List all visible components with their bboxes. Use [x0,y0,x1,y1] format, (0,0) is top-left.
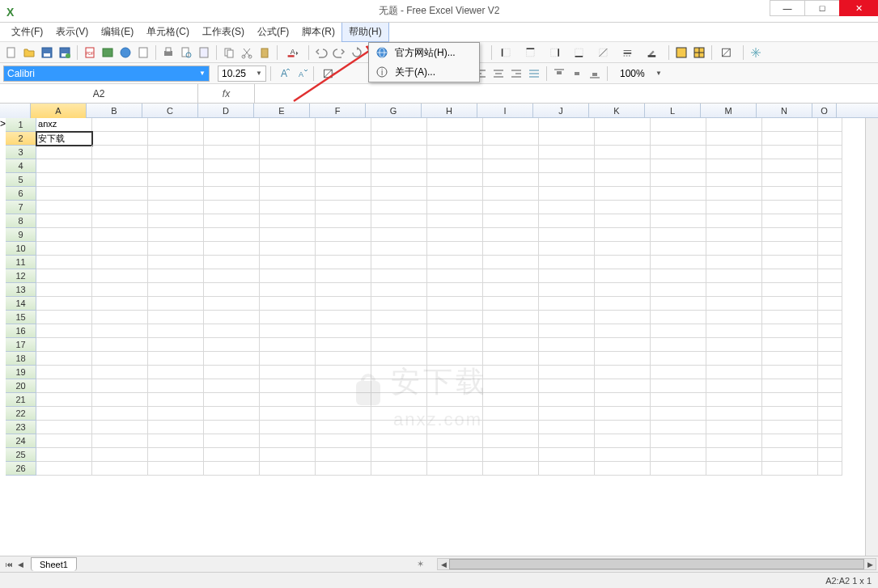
col-header-A[interactable]: A [31,104,87,118]
cell-M5[interactable] [706,173,762,187]
fx-label[interactable]: fx [198,84,255,103]
cell-O19[interactable] [818,366,842,379]
font-color-icon[interactable]: A [282,44,304,61]
cell-F2[interactable] [316,132,371,146]
cell-J15[interactable] [539,311,595,324]
cell-M6[interactable] [706,187,762,201]
cell-A18[interactable] [36,352,92,366]
col-header-H[interactable]: H [422,104,477,118]
cell-M1[interactable] [706,118,762,132]
cell-A19[interactable] [36,366,92,379]
cell-D19[interactable] [204,366,260,379]
cell-I16[interactable] [483,324,539,338]
cell-G12[interactable] [371,269,427,283]
cell-N24[interactable] [762,434,818,448]
cell-F5[interactable] [316,173,371,187]
cell-G14[interactable] [371,297,427,311]
cell-B26[interactable] [92,462,148,476]
cell-F24[interactable] [316,434,371,448]
cells-area[interactable]: anxz安下载 [36,118,842,476]
scroll-left-icon[interactable]: ◀ [438,561,449,569]
minimize-button[interactable]: — [770,0,805,16]
cell-J21[interactable] [539,393,595,407]
cell-F6[interactable] [316,187,371,201]
cell-I11[interactable] [483,256,539,269]
cell-B14[interactable] [92,297,148,311]
freeze-icon[interactable] [748,44,764,61]
col-header-B[interactable]: B [87,104,142,118]
cell-J23[interactable] [539,421,595,434]
cell-K22[interactable] [595,407,651,421]
cell-J20[interactable] [539,379,595,393]
cell-N3[interactable] [762,146,818,159]
undo-icon[interactable] [313,44,329,61]
scroll-thumb[interactable] [449,559,864,569]
cell-A10[interactable] [36,242,92,256]
cell-A23[interactable] [36,421,92,434]
cell-E21[interactable] [260,393,316,407]
cell-L3[interactable] [651,146,706,159]
cell-K9[interactable] [595,228,651,242]
cell-A21[interactable] [36,393,92,407]
cell-C24[interactable] [148,434,204,448]
cell-N22[interactable] [762,407,818,421]
cell-O16[interactable] [818,324,842,338]
cell-O24[interactable] [818,434,842,448]
cell-J2[interactable] [539,132,595,146]
cell-E10[interactable] [260,242,316,256]
cell-E20[interactable] [260,379,316,393]
cell-L7[interactable] [651,201,706,214]
cell-O15[interactable] [818,311,842,324]
preview-icon[interactable] [178,44,194,61]
tab-options-icon[interactable]: ✶ [417,559,424,569]
col-header-L[interactable]: L [645,104,701,118]
col-header-O[interactable]: O [812,104,837,118]
cell-E5[interactable] [260,173,316,187]
cell-N10[interactable] [762,242,818,256]
cell-D11[interactable] [204,256,260,269]
cell-B18[interactable] [92,352,148,366]
cell-H12[interactable] [427,269,483,283]
cell-I23[interactable] [483,421,539,434]
cell-H16[interactable] [427,324,483,338]
cell-E12[interactable] [260,269,316,283]
cell-M10[interactable] [706,242,762,256]
cell-F13[interactable] [316,283,371,297]
cell-J3[interactable] [539,146,595,159]
cell-I14[interactable] [483,297,539,311]
cell-J18[interactable] [539,352,595,366]
cell-I25[interactable] [483,448,539,462]
row-header-12[interactable]: 12 [6,269,36,283]
cell-A12[interactable] [36,269,92,283]
cell-L23[interactable] [651,421,706,434]
row-header-21[interactable]: 21 [6,393,36,407]
font-smaller-icon[interactable]: A [293,66,309,82]
cell-A13[interactable] [36,283,92,297]
cell-J1[interactable] [539,118,595,132]
cell-L6[interactable] [651,187,706,201]
cell-H25[interactable] [427,448,483,462]
col-header-M[interactable]: M [701,104,757,118]
html-icon[interactable] [117,44,134,61]
cell-J13[interactable] [539,283,595,297]
cell-I5[interactable] [483,173,539,187]
cell-C15[interactable] [148,311,204,324]
cell-L19[interactable] [651,366,706,379]
cell-K6[interactable] [595,187,651,201]
cell-I20[interactable] [483,379,539,393]
cell-K15[interactable] [595,311,651,324]
cell-O9[interactable] [818,228,842,242]
cell-B9[interactable] [92,228,148,242]
cell-L13[interactable] [651,283,706,297]
cell-E3[interactable] [260,146,316,159]
row-header-24[interactable]: 24 [6,434,36,448]
cell-K5[interactable] [595,173,651,187]
cell-B7[interactable] [92,201,148,214]
cell-O17[interactable] [818,338,842,352]
row-header-14[interactable]: 14 [6,297,36,311]
cell-C23[interactable] [148,421,204,434]
cell-K8[interactable] [595,214,651,228]
row-header-6[interactable]: 6 [6,187,36,201]
cell-N25[interactable] [762,448,818,462]
cell-G21[interactable] [371,393,427,407]
